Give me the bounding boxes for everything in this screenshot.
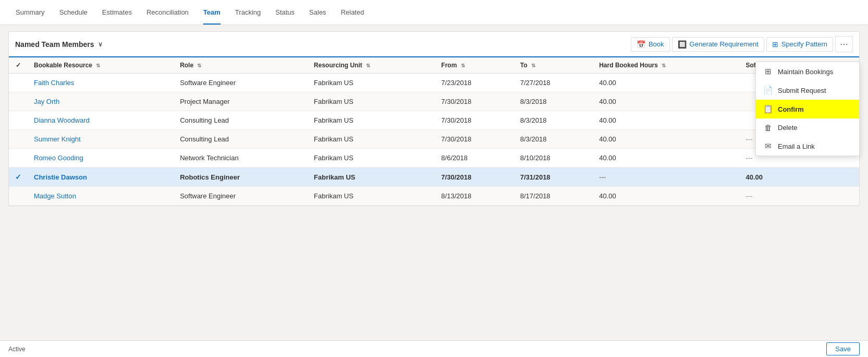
sort-icon-unit: ⇅ [366, 63, 370, 68]
row-check[interactable] [9, 130, 28, 149]
menu-delete-label: Delete [778, 124, 798, 132]
generate-label: Generate Requirement [690, 40, 759, 48]
col-role-label: Role [180, 62, 193, 69]
col-to-label: To [520, 62, 528, 69]
table-row: Romeo Gooding Network Technician Fabrika… [9, 149, 859, 168]
col-hard-hours-label: Hard Booked Hours [599, 62, 658, 69]
row-from: 7/30/2018 [435, 168, 514, 187]
more-options-button[interactable]: ⋯ [835, 36, 853, 52]
panel-title-text: Named Team Members [15, 40, 94, 49]
team-table: ✓ Bookable Resource ⇅ Role ⇅ Resourcing … [9, 57, 859, 206]
col-from[interactable]: From ⇅ [435, 57, 514, 74]
row-to: 8/3/2018 [514, 111, 593, 130]
specify-pattern-button[interactable]: ⊞ Specify Pattern [766, 37, 833, 52]
row-check[interactable] [9, 74, 28, 92]
panel-chevron[interactable]: ∨ [98, 41, 103, 48]
menu-item-delete[interactable]: 🗑 Delete [756, 118, 859, 137]
row-resource[interactable]: Jay Orth [28, 92, 174, 111]
table-row: Jay Orth Project Manager Fabrikam US 7/3… [9, 92, 859, 111]
row-hard-hours: 40.00 [593, 130, 739, 149]
nav-status[interactable]: Status [268, 0, 302, 25]
panel-actions: 📅 Book 🔲 Generate Requirement ⊞ Specify … [631, 36, 853, 52]
row-to: 8/3/2018 [514, 92, 593, 111]
row-role: Project Manager [174, 92, 308, 111]
table-row-selected: ✓ Christie Dawson Robotics Engineer Fabr… [9, 168, 859, 187]
col-resourcing-unit[interactable]: Resourcing Unit ⇅ [308, 57, 435, 74]
panel-title: Named Team Members ∨ [15, 40, 103, 49]
row-resource[interactable]: Faith Charles [28, 74, 174, 92]
submit-request-icon: 📄 [763, 86, 773, 95]
nav-tracking[interactable]: Tracking [228, 0, 268, 25]
col-role[interactable]: Role ⇅ [174, 57, 308, 74]
row-hard-hours: 40.00 [593, 74, 739, 92]
generate-icon: 🔲 [678, 40, 687, 49]
row-soft-hours: 40.00 [740, 168, 859, 187]
row-check[interactable] [9, 92, 28, 111]
row-role: Consulting Lead [174, 111, 308, 130]
menu-email-link-label: Email a Link [778, 142, 815, 150]
table-row: Summer Knight Consulting Lead Fabrikam U… [9, 130, 859, 149]
row-from: 7/30/2018 [435, 92, 514, 111]
row-check[interactable] [9, 149, 28, 168]
menu-item-email-link[interactable]: ✉ Email a Link [756, 137, 859, 156]
table-row: Dianna Woodward Consulting Lead Fabrikam… [9, 111, 859, 130]
col-from-label: From [441, 62, 457, 69]
row-unit: Fabrikam US [308, 168, 435, 187]
row-from: 8/6/2018 [435, 149, 514, 168]
confirm-icon: 📋 [763, 104, 773, 114]
nav-team[interactable]: Team [196, 0, 228, 25]
menu-confirm-label: Confirm [778, 105, 804, 113]
header-check-icon: ✓ [16, 62, 21, 69]
sort-icon-to: ⇅ [531, 63, 535, 68]
row-hard-hours: 40.00 [593, 149, 739, 168]
menu-submit-request-label: Submit Request [778, 87, 826, 94]
nav-summary[interactable]: Summary [8, 0, 52, 25]
col-check[interactable]: ✓ [9, 57, 28, 74]
nav-schedule[interactable]: Schedule [52, 0, 95, 25]
menu-item-submit-request[interactable]: 📄 Submit Request [756, 81, 859, 100]
col-bookable-resource[interactable]: Bookable Resource ⇅ [28, 57, 174, 74]
email-icon: ✉ [763, 141, 773, 151]
more-icon: ⋯ [840, 40, 848, 49]
delete-icon: 🗑 [763, 123, 773, 132]
book-button[interactable]: 📅 Book [631, 37, 670, 52]
col-to[interactable]: To ⇅ [514, 57, 593, 74]
table-row: Faith Charles Software Engineer Fabrikam… [9, 74, 859, 92]
specify-icon: ⊞ [772, 40, 778, 49]
row-from: 7/30/2018 [435, 111, 514, 130]
row-hard-hours: --- [593, 168, 739, 187]
row-from: 7/30/2018 [435, 130, 514, 149]
nav-sales[interactable]: Sales [302, 0, 334, 25]
row-resource[interactable]: Summer Knight [28, 130, 174, 149]
row-resource[interactable]: Madge Sutton [28, 187, 174, 206]
row-resource[interactable]: Romeo Gooding [28, 149, 174, 168]
menu-item-maintain-bookings[interactable]: ⊞ Maintain Bookings [756, 62, 859, 81]
table-header-row: ✓ Bookable Resource ⇅ Role ⇅ Resourcing … [9, 57, 859, 74]
specify-label: Specify Pattern [781, 40, 827, 48]
row-resource[interactable]: Christie Dawson [28, 168, 174, 187]
sort-icon-from: ⇅ [461, 63, 465, 68]
generate-requirement-button[interactable]: 🔲 Generate Requirement [672, 37, 764, 52]
named-team-members-panel: Named Team Members ∨ 📅 Book 🔲 Generate R… [8, 31, 860, 206]
col-hard-hours[interactable]: Hard Booked Hours ⇅ [593, 57, 739, 74]
row-role: Consulting Lead [174, 130, 308, 149]
nav-reconciliation[interactable]: Reconciliation [139, 0, 196, 25]
row-check[interactable] [9, 187, 28, 206]
row-from: 7/23/2018 [435, 74, 514, 92]
row-unit: Fabrikam US [308, 130, 435, 149]
menu-item-confirm[interactable]: 📋 Confirm [756, 100, 859, 118]
row-to: 8/3/2018 [514, 130, 593, 149]
row-hard-hours: 40.00 [593, 111, 739, 130]
row-check[interactable] [9, 111, 28, 130]
sort-icon-role: ⇅ [197, 63, 201, 68]
row-role: Network Technician [174, 149, 308, 168]
row-soft-hours: --- [740, 187, 859, 206]
panel-header: Named Team Members ∨ 📅 Book 🔲 Generate R… [9, 32, 859, 57]
nav-estimates[interactable]: Estimates [95, 0, 139, 25]
nav-related[interactable]: Related [334, 0, 372, 25]
row-unit: Fabrikam US [308, 187, 435, 206]
sort-icon-resource: ⇅ [96, 63, 100, 68]
row-check[interactable]: ✓ [9, 168, 28, 187]
row-role: Robotics Engineer [174, 168, 308, 187]
row-resource[interactable]: Dianna Woodward [28, 111, 174, 130]
